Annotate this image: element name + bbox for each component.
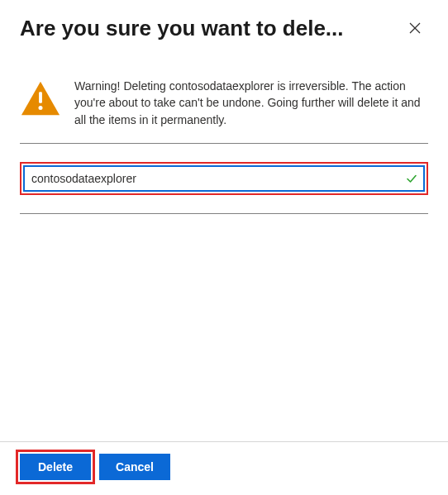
svg-rect-2 — [39, 92, 42, 102]
close-button[interactable] — [402, 15, 428, 41]
dialog-title: Are you sure you want to dele... — [20, 16, 392, 41]
cancel-button[interactable]: Cancel — [99, 454, 170, 480]
dialog-content: Warning! Deleting contosodataexplorer is… — [0, 53, 448, 441]
confirm-input-wrapper — [20, 162, 428, 195]
close-icon — [409, 22, 421, 34]
warning-message: Warning! Deleting contosodataexplorer is… — [74, 78, 428, 128]
divider — [20, 213, 428, 214]
dialog-header: Are you sure you want to dele... — [0, 0, 448, 53]
dialog-footer: Delete Cancel — [0, 441, 448, 495]
delete-button[interactable]: Delete — [20, 454, 91, 480]
warning-triangle-icon — [20, 79, 61, 117]
confirm-name-input[interactable] — [23, 165, 425, 192]
svg-point-3 — [39, 106, 43, 110]
divider — [20, 143, 428, 144]
warning-block: Warning! Deleting contosodataexplorer is… — [20, 63, 428, 143]
